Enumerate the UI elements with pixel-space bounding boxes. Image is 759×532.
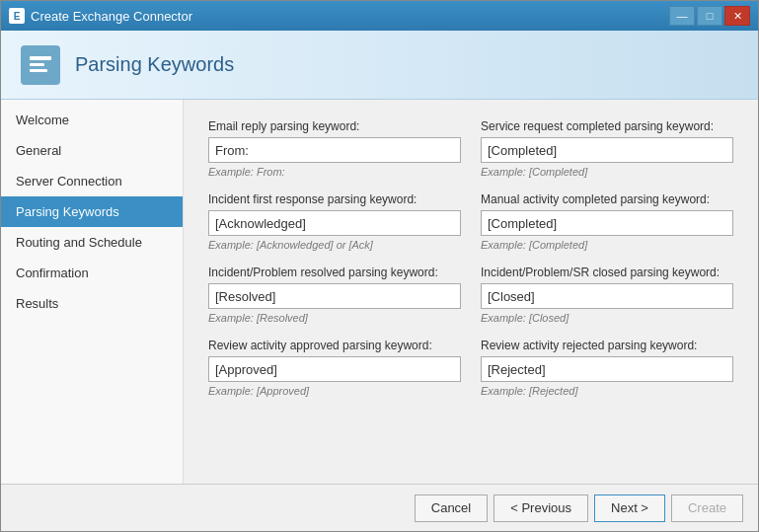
- sr-completed-hint: Example: [Completed]: [481, 166, 733, 178]
- review-rejected-input[interactable]: [481, 356, 733, 382]
- keywords-icon: [27, 51, 54, 79]
- incident-first-label: Incident first response parsing keyword:: [208, 192, 461, 206]
- review-approved-input[interactable]: [208, 356, 461, 382]
- form-row-2: Incident first response parsing keyword:…: [208, 192, 733, 251]
- maximize-button[interactable]: □: [697, 6, 722, 26]
- sidebar-item-server-connection[interactable]: Server Connection: [1, 166, 183, 196]
- cancel-button[interactable]: Cancel: [415, 494, 488, 522]
- form-group-sr-completed: Service request completed parsing keywor…: [481, 119, 733, 178]
- sr-completed-label: Service request completed parsing keywor…: [481, 119, 733, 133]
- svg-rect-1: [30, 63, 44, 66]
- svg-rect-0: [30, 56, 51, 60]
- manual-activity-label: Manual activity completed parsing keywor…: [481, 192, 733, 206]
- incident-closed-label: Incident/Problem/SR closed parsing keywo…: [481, 266, 733, 279]
- header-icon: [21, 45, 60, 85]
- incident-first-hint: Example: [Acknowledged] or [Ack]: [208, 239, 461, 251]
- previous-button[interactable]: < Previous: [493, 494, 588, 522]
- sidebar: Welcome General Server Connection Parsin…: [1, 100, 184, 484]
- window-title: Create Exchange Connector: [31, 9, 192, 24]
- incident-resolved-label: Incident/Problem resolved parsing keywor…: [208, 266, 461, 279]
- window-controls: — □ ✕: [669, 6, 750, 26]
- sidebar-item-confirmation[interactable]: Confirmation: [1, 258, 183, 288]
- incident-closed-hint: Example: [Closed]: [481, 312, 733, 324]
- form-group-review-rejected: Review activity rejected parsing keyword…: [481, 339, 733, 397]
- incident-closed-input[interactable]: [481, 283, 733, 309]
- review-rejected-label: Review activity rejected parsing keyword…: [481, 339, 733, 352]
- minimize-button[interactable]: —: [669, 6, 695, 26]
- close-button[interactable]: ✕: [724, 6, 750, 26]
- form-group-incident-first: Incident first response parsing keyword:…: [208, 192, 461, 251]
- review-approved-label: Review activity approved parsing keyword…: [208, 339, 461, 352]
- review-rejected-hint: Example: [Rejected]: [481, 385, 733, 397]
- incident-resolved-hint: Example: [Resolved]: [208, 312, 461, 324]
- app-icon: E: [9, 8, 25, 24]
- title-bar: E Create Exchange Connector — □ ✕: [1, 1, 758, 31]
- email-reply-input[interactable]: [208, 137, 461, 163]
- form-group-incident-closed: Incident/Problem/SR closed parsing keywo…: [481, 266, 733, 324]
- manual-activity-input[interactable]: [481, 210, 733, 236]
- content-area: Welcome General Server Connection Parsin…: [1, 100, 758, 484]
- form-row-1: Email reply parsing keyword: Example: Fr…: [208, 119, 733, 178]
- create-button[interactable]: Create: [671, 494, 743, 522]
- header-title: Parsing Keywords: [75, 53, 234, 76]
- form-group-review-approved: Review activity approved parsing keyword…: [208, 339, 461, 397]
- manual-activity-hint: Example: [Completed]: [481, 239, 733, 251]
- sidebar-item-routing-schedule[interactable]: Routing and Schedule: [1, 227, 183, 258]
- title-bar-left: E Create Exchange Connector: [9, 8, 192, 24]
- review-approved-hint: Example: [Approved]: [208, 385, 461, 397]
- main-window: E Create Exchange Connector — □ ✕ Parsin…: [0, 0, 759, 532]
- form-group-manual-activity: Manual activity completed parsing keywor…: [481, 192, 733, 251]
- form-group-email-reply: Email reply parsing keyword: Example: Fr…: [208, 119, 461, 178]
- form-row-3: Incident/Problem resolved parsing keywor…: [208, 266, 733, 324]
- footer: Cancel < Previous Next > Create: [1, 484, 758, 531]
- next-button[interactable]: Next >: [594, 494, 665, 522]
- email-reply-hint: Example: From:: [208, 166, 461, 178]
- sidebar-item-results[interactable]: Results: [1, 288, 183, 319]
- sidebar-item-general[interactable]: General: [1, 135, 183, 166]
- form-group-incident-resolved: Incident/Problem resolved parsing keywor…: [208, 266, 461, 324]
- svg-rect-2: [30, 69, 47, 72]
- sr-completed-input[interactable]: [481, 137, 733, 163]
- form-row-4: Review activity approved parsing keyword…: [208, 339, 733, 397]
- main-form: Email reply parsing keyword: Example: Fr…: [184, 100, 758, 484]
- sidebar-item-parsing-keywords[interactable]: Parsing Keywords: [1, 196, 183, 227]
- email-reply-label: Email reply parsing keyword:: [208, 119, 461, 133]
- header-panel: Parsing Keywords: [1, 31, 758, 100]
- incident-resolved-input[interactable]: [208, 283, 461, 309]
- incident-first-input[interactable]: [208, 210, 461, 236]
- sidebar-item-welcome[interactable]: Welcome: [1, 105, 183, 135]
